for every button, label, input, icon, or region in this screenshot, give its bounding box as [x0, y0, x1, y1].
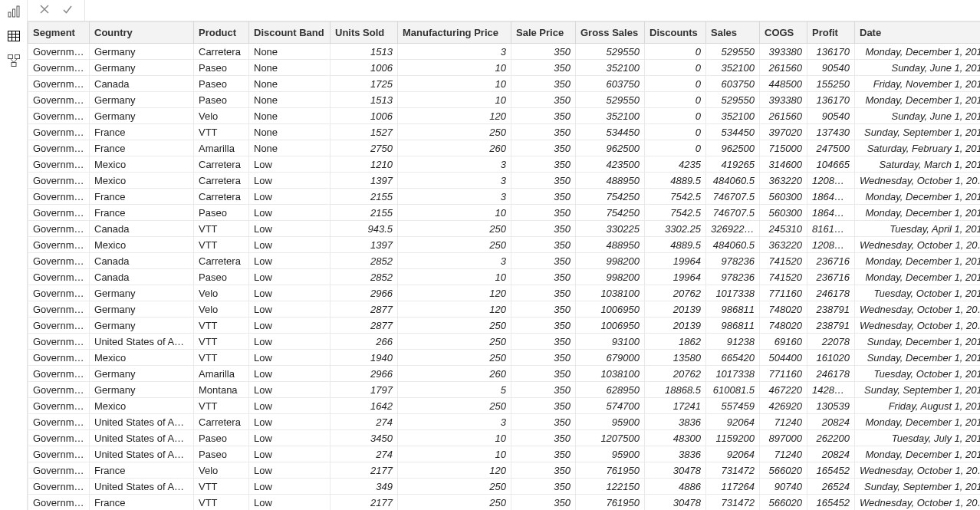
cell-discounts[interactable]: 0	[645, 60, 706, 76]
table-row[interactable]: GovernmentMexicoCarreteraLow139733504889…	[28, 173, 981, 189]
table-row[interactable]: GovernmentGermanyVTTLow28772503501006950…	[28, 318, 981, 334]
cell-sales[interactable]: 92064	[706, 414, 760, 430]
cell-sales[interactable]: 534450	[706, 124, 760, 140]
cell-saleprice[interactable]: 350	[511, 237, 576, 253]
cell-cogs[interactable]: 363220	[760, 237, 807, 253]
cell-grosssales[interactable]: 754250	[576, 189, 645, 205]
cell-grosssales[interactable]: 998200	[576, 253, 645, 269]
cell-discounts[interactable]: 4886	[645, 479, 706, 495]
cell-manufacturingprice[interactable]: 120	[398, 108, 511, 124]
cell-segment[interactable]: Government	[28, 156, 90, 173]
cell-cogs[interactable]: 69160	[760, 334, 807, 350]
cell-profit[interactable]: 20824	[807, 414, 855, 430]
cell-discounts[interactable]: 7542.5	[645, 189, 706, 205]
cell-cogs[interactable]: 504400	[760, 350, 807, 366]
cell-unitssold[interactable]: 266	[331, 334, 398, 350]
cell-grosssales[interactable]: 1006950	[576, 301, 645, 318]
cell-saleprice[interactable]: 350	[511, 189, 576, 205]
cell-discountband[interactable]: Low	[249, 237, 331, 253]
table-row[interactable]: GovernmentGermanyVeloLow2966120350103810…	[28, 285, 981, 301]
cell-profit[interactable]: 262200	[807, 430, 855, 446]
cell-date[interactable]: Wednesday, October 1, 2014	[855, 237, 981, 253]
cell-segment[interactable]: Government	[28, 60, 90, 76]
cell-profit[interactable]: 165452	[807, 462, 855, 479]
cell-sales[interactable]: 1017338	[706, 285, 760, 301]
cell-unitssold[interactable]: 2155	[331, 189, 398, 205]
table-row[interactable]: GovernmentFranceVeloLow21771203507619503…	[28, 462, 981, 479]
cell-date[interactable]: Monday, December 1, 2014	[855, 414, 981, 430]
cell-saleprice[interactable]: 350	[511, 44, 576, 60]
cell-discountband[interactable]: Low	[249, 446, 331, 462]
cell-grosssales[interactable]: 679000	[576, 350, 645, 366]
cell-segment[interactable]: Government	[28, 108, 90, 124]
cell-cogs[interactable]: 71240	[760, 446, 807, 462]
cell-discountband[interactable]: Low	[249, 382, 331, 398]
cell-discountband[interactable]: Low	[249, 414, 331, 430]
cell-product[interactable]: Paseo	[194, 60, 249, 76]
cell-grosssales[interactable]: 1207500	[576, 430, 645, 446]
table-row[interactable]: GovernmentGermanyCarreteraNone1513335052…	[28, 44, 981, 60]
cell-cogs[interactable]: 90740	[760, 479, 807, 495]
cell-manufacturingprice[interactable]: 10	[398, 92, 511, 108]
cell-sales[interactable]: 529550	[706, 44, 760, 60]
cell-manufacturingprice[interactable]: 10	[398, 60, 511, 76]
cell-country[interactable]: France	[90, 205, 194, 221]
cell-profit[interactable]: 90540	[807, 60, 855, 76]
cell-discountband[interactable]: None	[249, 108, 331, 124]
cell-unitssold[interactable]: 1397	[331, 173, 398, 189]
cell-product[interactable]: VTT	[194, 495, 249, 511]
cell-unitssold[interactable]: 1210	[331, 156, 398, 173]
cell-country[interactable]: France	[90, 140, 194, 156]
cell-discounts[interactable]: 30478	[645, 462, 706, 479]
cell-discountband[interactable]: None	[249, 124, 331, 140]
cell-unitssold[interactable]: 2877	[331, 301, 398, 318]
cell-sales[interactable]: 484060.5	[706, 237, 760, 253]
cell-unitssold[interactable]: 2877	[331, 318, 398, 334]
cell-segment[interactable]: Government	[28, 334, 90, 350]
cell-date[interactable]: Monday, December 1, 2014	[855, 92, 981, 108]
cell-discountband[interactable]: Low	[249, 189, 331, 205]
cell-manufacturingprice[interactable]: 250	[398, 237, 511, 253]
cell-sales[interactable]: 603750	[706, 76, 760, 92]
cell-date[interactable]: Monday, December 1, 2014	[855, 205, 981, 221]
cell-profit[interactable]: 236716	[807, 269, 855, 285]
cell-unitssold[interactable]: 1006	[331, 60, 398, 76]
cell-saleprice[interactable]: 350	[511, 285, 576, 301]
cell-manufacturingprice[interactable]: 260	[398, 366, 511, 382]
cell-segment[interactable]: Government	[28, 173, 90, 189]
cell-grosssales[interactable]: 488950	[576, 237, 645, 253]
table-row[interactable]: GovernmentGermanyVeloNone100612035035210…	[28, 108, 981, 124]
cell-profit[interactable]: 161020	[807, 350, 855, 366]
cell-saleprice[interactable]: 350	[511, 173, 576, 189]
cell-manufacturingprice[interactable]: 250	[398, 495, 511, 511]
cell-date[interactable]: Wednesday, October 1, 2014	[855, 495, 981, 511]
cell-profit[interactable]: 136170	[807, 92, 855, 108]
cell-manufacturingprice[interactable]: 3	[398, 253, 511, 269]
cell-unitssold[interactable]: 2852	[331, 269, 398, 285]
model-view-icon[interactable]	[7, 54, 21, 67]
cell-profit[interactable]: 130539	[807, 398, 855, 414]
cell-country[interactable]: United States of America	[90, 479, 194, 495]
cell-date[interactable]: Sunday, September 1, 2013	[855, 124, 981, 140]
cell-grosssales[interactable]: 761950	[576, 495, 645, 511]
cell-segment[interactable]: Government	[28, 44, 90, 60]
cell-manufacturingprice[interactable]: 120	[398, 301, 511, 318]
cell-sales[interactable]: 986811	[706, 318, 760, 334]
cell-grosssales[interactable]: 95900	[576, 446, 645, 462]
cell-date[interactable]: Saturday, February 1, 2014	[855, 140, 981, 156]
cell-grosssales[interactable]: 761950	[576, 462, 645, 479]
cell-discountband[interactable]: Low	[249, 479, 331, 495]
cell-cogs[interactable]: 566020	[760, 462, 807, 479]
cell-grosssales[interactable]: 93100	[576, 334, 645, 350]
cell-product[interactable]: Carretera	[194, 44, 249, 60]
cell-profit[interactable]: 22078	[807, 334, 855, 350]
cell-saleprice[interactable]: 350	[511, 414, 576, 430]
cell-manufacturingprice[interactable]: 250	[398, 350, 511, 366]
cell-discountband[interactable]: Low	[249, 334, 331, 350]
cell-discounts[interactable]: 4235	[645, 156, 706, 173]
cell-cogs[interactable]: 314600	[760, 156, 807, 173]
cell-sales[interactable]: 529550	[706, 92, 760, 108]
cell-profit[interactable]: 120840.5	[807, 237, 855, 253]
cell-cogs[interactable]: 71240	[760, 414, 807, 430]
cell-saleprice[interactable]: 350	[511, 205, 576, 221]
